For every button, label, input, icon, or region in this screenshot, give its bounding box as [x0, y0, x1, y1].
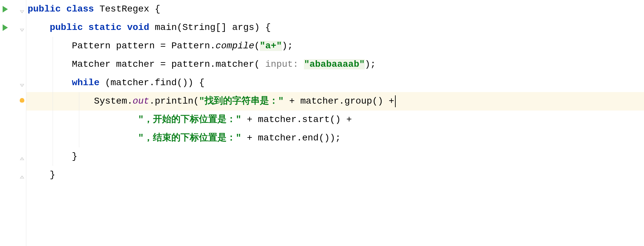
fold-handle-close[interactable]: [19, 172, 25, 178]
code-line[interactable]: Pattern pattern = Pattern.compile("a+");: [26, 37, 644, 55]
keyword: static: [88, 22, 122, 33]
fold-handle-method[interactable]: [19, 25, 25, 30]
code-editor[interactable]: public class TestRegex { public static v…: [26, 0, 644, 246]
code-line[interactable]: while (matcher.find()) {: [26, 74, 644, 92]
brace: {: [265, 22, 271, 33]
type: Pattern.: [171, 41, 215, 51]
svg-rect-0: [20, 10, 24, 11]
run-icon[interactable]: [3, 6, 8, 12]
code-line[interactable]: public class TestRegex {: [26, 0, 644, 18]
fold-handle-class[interactable]: [19, 7, 25, 12]
svg-rect-1: [20, 29, 24, 29]
run-icon[interactable]: [3, 24, 8, 31]
svg-rect-4: [20, 178, 24, 179]
string-literal: "找到的字符串是：": [199, 96, 284, 106]
keyword: public: [50, 22, 83, 33]
variable: matcher: [116, 59, 155, 69]
code-line[interactable]: Matcher matcher = pattern.matcher( input…: [26, 55, 644, 74]
string-literal: "a+": [260, 41, 282, 51]
string-literal: "，开始的下标位置是：": [138, 114, 241, 125]
code-line[interactable]: "，开始的下标位置是：" + matcher.start() +: [26, 111, 644, 129]
type: Pattern: [72, 41, 111, 51]
editor-gutter[interactable]: [0, 0, 26, 246]
keyword: public: [28, 4, 61, 14]
class-name: TestRegex: [99, 4, 149, 14]
code-line[interactable]: public static void main(String[] args) {: [26, 18, 644, 37]
brace: {: [155, 4, 161, 14]
parameter-hint: input:: [260, 59, 304, 69]
brace: }: [72, 151, 77, 161]
code-line-active[interactable]: System.out.println("找到的字符串是：" + matcher.…: [26, 92, 644, 111]
static-method: compile: [215, 41, 254, 51]
bulb-icon[interactable]: [20, 98, 24, 103]
fold-handle-while[interactable]: [19, 80, 25, 86]
keyword: while: [72, 78, 99, 88]
params: (String[] args): [177, 22, 260, 33]
text-cursor: [395, 95, 396, 107]
svg-rect-2: [20, 84, 24, 85]
brace: }: [50, 170, 55, 180]
keyword: class: [66, 4, 94, 14]
svg-rect-3: [20, 160, 24, 160]
code-line[interactable]: }: [26, 147, 644, 166]
method-name: main: [155, 22, 177, 33]
type: Matcher: [72, 59, 111, 69]
string-literal: "，结束的下标位置是：": [138, 133, 241, 143]
string-literal: "ababaaaab": [304, 59, 365, 69]
fold-handle-close[interactable]: [19, 154, 25, 159]
keyword: void: [127, 22, 149, 33]
static-field: out: [133, 96, 149, 106]
variable: pattern: [116, 41, 155, 51]
code-line[interactable]: "，结束的下标位置是：" + matcher.end());: [26, 129, 644, 147]
code-line[interactable]: }: [26, 166, 644, 184]
